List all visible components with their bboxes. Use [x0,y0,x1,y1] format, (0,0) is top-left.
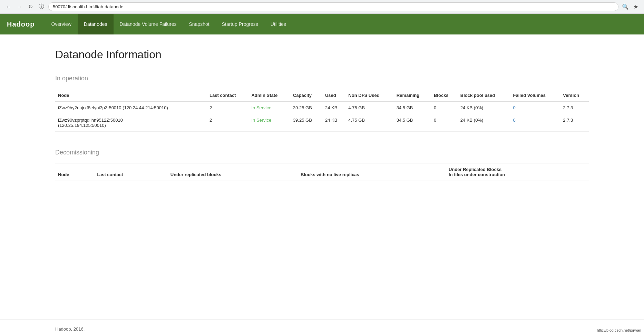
dcol-blocks-no-live: Blocks with no live replicas [298,163,446,181]
decomissioning-title: Decomissioning [55,149,589,156]
col-remaining: Remaining [394,89,431,102]
table-row: iZwz9hy2uujrxf8efyoi3pZ:50010 (120.24.44… [55,102,589,114]
table-row: iZwz90vzprptqdiihn9512Z:50010 (120.25.19… [55,114,589,132]
col-blocks: Blocks [431,89,458,102]
cell-used-1: 24 KB [322,102,345,114]
address-bar[interactable]: 50070/dfshealth.html#tab-datanode [48,2,618,11]
footer: Hadoop, 2016. [0,319,644,333]
navbar-items: Overview Datanodes Datanode Volume Failu… [45,14,292,34]
address-text: 50070/dfshealth.html#tab-datanode [53,4,124,9]
dcol-under-replicated-files: Under Replicated Blocks In files under c… [446,163,589,181]
main-content: Datanode Information In operation Node L… [0,34,644,319]
col-block-pool-used: Block pool used [458,89,510,102]
nav-item-overview: Overview [45,14,77,34]
nav-item-startup-progress: Startup Progress [216,14,264,34]
forward-button[interactable]: → [15,3,23,11]
navbar-brand: Hadoop [7,20,35,28]
nav-item-utilities: Utilities [264,14,292,34]
status-url: http://blog.csdn.net/pirwan [597,328,641,332]
col-last-contact: Last contact [207,89,248,102]
col-node: Node [55,89,207,102]
cell-non-dfs-used-1: 4.75 GB [345,102,393,114]
cell-last-contact-2: 2 [207,114,248,132]
nav-link-datanodes[interactable]: Datanodes [78,14,114,34]
cell-block-pool-used-2: 24 KB (0%) [458,114,510,132]
dcol-under-replicated: Under replicated blocks [168,163,298,181]
decomissioning-header-row: Node Last contact Under replicated block… [55,163,589,181]
cell-admin-state-1: In Service [248,102,290,114]
cell-node-2: iZwz90vzprptqdiihn9512Z:50010 (120.25.19… [55,114,207,132]
in-operation-title: In operation [55,75,589,82]
decomissioning-section: Decomissioning Node Last contact Under r… [55,149,589,181]
col-non-dfs-used: Non DFS Used [345,89,393,102]
nav-item-datanodes: Datanodes [78,14,114,34]
cell-failed-volumes-2: 0 [510,114,560,132]
cell-capacity-2: 39.25 GB [290,114,322,132]
nav-item-datanode-volume-failures: Datanode Volume Failures [114,14,183,34]
col-version: Version [560,89,589,102]
cell-blocks-1: 0 [431,102,458,114]
status-bar: http://blog.csdn.net/pirwan [594,327,644,333]
browser-icon-group: 🔍 ★ [621,3,640,11]
cell-node-1: iZwz9hy2uujrxf8efyoi3pZ:50010 (120.24.44… [55,102,207,114]
cell-blocks-2: 0 [431,114,458,132]
in-operation-section: In operation Node Last contact Admin Sta… [55,75,589,132]
browser-chrome: ← → ↻ ⓘ 50070/dfshealth.html#tab-datanod… [0,0,644,14]
cell-capacity-1: 39.25 GB [290,102,322,114]
info-button[interactable]: ⓘ [37,3,46,11]
cell-non-dfs-used-2: 4.75 GB [345,114,393,132]
back-button[interactable]: ← [4,3,12,11]
cell-remaining-1: 34.5 GB [394,102,431,114]
dcol-last-contact: Last contact [94,163,168,181]
navbar: Hadoop Overview Datanodes Datanode Volum… [0,14,644,34]
nav-link-snapshot[interactable]: Snapshot [183,14,216,34]
nav-link-startup-progress[interactable]: Startup Progress [216,14,264,34]
page-title: Datanode Information [55,48,589,61]
nav-link-datanode-volume-failures[interactable]: Datanode Volume Failures [114,14,183,34]
failed-volumes-link-2[interactable]: 0 [513,118,516,123]
col-capacity: Capacity [290,89,322,102]
footer-text: Hadoop, 2016. [55,326,85,332]
col-admin-state: Admin State [248,89,290,102]
cell-admin-state-2: In Service [248,114,290,132]
cell-remaining-2: 34.5 GB [394,114,431,132]
nav-link-overview[interactable]: Overview [45,14,77,34]
dcol-node: Node [55,163,94,181]
col-used: Used [322,89,345,102]
bookmark-button[interactable]: ★ [632,3,640,11]
nav-item-snapshot: Snapshot [183,14,216,34]
cell-last-contact-1: 2 [207,102,248,114]
reload-button[interactable]: ↻ [26,3,35,11]
cell-version-2: 2.7.3 [560,114,589,132]
cell-version-1: 2.7.3 [560,102,589,114]
cell-failed-volumes-1: 0 [510,102,560,114]
nav-link-utilities[interactable]: Utilities [264,14,292,34]
decomissioning-table: Node Last contact Under replicated block… [55,163,589,181]
failed-volumes-link-1[interactable]: 0 [513,105,516,110]
zoom-button[interactable]: 🔍 [621,3,630,11]
cell-used-2: 24 KB [322,114,345,132]
in-operation-header-row: Node Last contact Admin State Capacity U… [55,89,589,102]
cell-block-pool-used-1: 24 KB (0%) [458,102,510,114]
in-operation-table: Node Last contact Admin State Capacity U… [55,89,589,132]
col-failed-volumes: Failed Volumes [510,89,560,102]
